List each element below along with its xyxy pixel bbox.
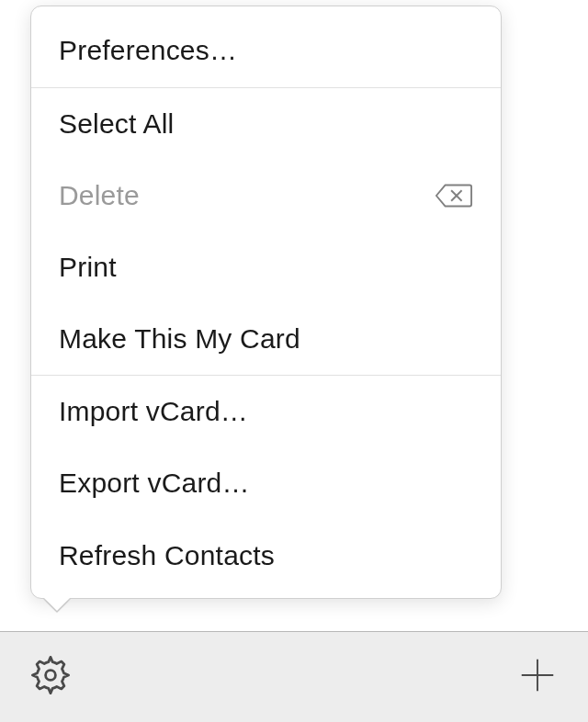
menu-item-print[interactable]: Print	[31, 231, 501, 303]
menu-item-make-my-card[interactable]: Make This My Card	[31, 303, 501, 375]
toolbar	[0, 632, 588, 722]
menu-item-label: Make This My Card	[59, 323, 300, 355]
menu-item-delete: Delete	[31, 160, 501, 231]
add-button[interactable]	[514, 654, 560, 700]
menu-item-label: Delete	[59, 180, 140, 211]
menu-item-select-all[interactable]: Select All	[31, 88, 501, 160]
menu-item-label: Export vCard…	[59, 468, 250, 499]
settings-popover-menu: Preferences… Select All Delete Print Mak…	[30, 6, 502, 599]
gear-icon	[28, 653, 73, 701]
menu-item-import-vcard[interactable]: Import vCard…	[31, 376, 501, 447]
menu-item-refresh-contacts[interactable]: Refresh Contacts	[31, 519, 501, 598]
menu-item-label: Import vCard…	[59, 396, 248, 427]
menu-item-preferences[interactable]: Preferences…	[31, 6, 501, 87]
menu-item-export-vcard[interactable]: Export vCard…	[31, 447, 501, 519]
menu-item-label: Refresh Contacts	[59, 540, 275, 571]
menu-item-label: Print	[59, 252, 117, 283]
settings-button[interactable]	[28, 654, 74, 700]
menu-item-label: Select All	[59, 108, 174, 140]
menu-item-label: Preferences…	[59, 35, 237, 66]
backspace-icon	[435, 182, 473, 209]
svg-point-0	[46, 671, 56, 681]
plus-icon	[516, 654, 559, 700]
